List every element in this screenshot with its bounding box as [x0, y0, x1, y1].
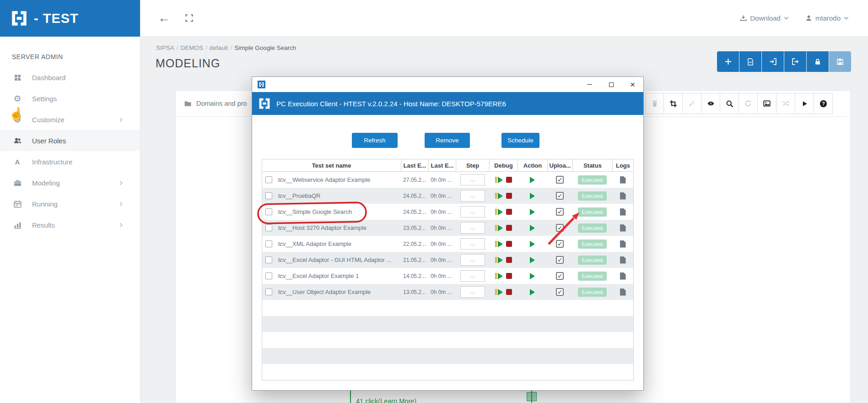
sign-in-button[interactable] — [762, 51, 784, 72]
breadcrumb-item-default[interactable]: default — [210, 44, 228, 51]
flow-node[interactable] — [527, 392, 537, 401]
toolbar-crop-button[interactable] — [664, 93, 683, 114]
logs-file-icon[interactable] — [620, 224, 626, 232]
upload-checkbox[interactable]: ✓ — [556, 208, 564, 216]
logs-file-icon[interactable] — [620, 176, 626, 184]
debug-play-icon[interactable] — [495, 177, 503, 183]
column-header-step[interactable]: Step — [456, 159, 489, 171]
run-play-icon[interactable] — [530, 193, 535, 199]
stop-icon[interactable] — [506, 209, 512, 215]
column-header-debug[interactable]: Debug — [489, 159, 518, 171]
debug-play-icon[interactable] — [495, 225, 503, 231]
toolbar-trash-button[interactable] — [645, 93, 664, 114]
step-input[interactable] — [460, 190, 485, 202]
row-checkbox[interactable] — [265, 272, 272, 279]
sidebar-item-modeling[interactable]: Modeling — [0, 172, 140, 193]
plus-button[interactable] — [717, 51, 739, 72]
debug-play-icon[interactable] — [495, 193, 503, 199]
close-button[interactable]: × — [622, 77, 643, 92]
stop-icon[interactable] — [506, 241, 512, 247]
window-titlebar[interactable]: × — [252, 77, 643, 92]
upload-checkbox[interactable]: ✓ — [556, 288, 564, 296]
step-input[interactable] — [460, 286, 485, 298]
upload-checkbox[interactable]: ✓ — [556, 272, 564, 280]
column-header-uploa-[interactable]: Uploa... — [547, 159, 572, 171]
row-checkbox[interactable] — [265, 256, 272, 263]
sign-out-button[interactable] — [784, 51, 806, 72]
stop-icon[interactable] — [506, 193, 512, 199]
download-menu[interactable]: Download — [740, 14, 789, 22]
upload-checkbox[interactable]: ✓ — [556, 192, 564, 200]
run-play-icon[interactable] — [530, 225, 535, 231]
logs-file-icon[interactable] — [620, 192, 626, 200]
step-input[interactable] — [460, 222, 485, 234]
column-header-test-set-name[interactable]: Test set name — [262, 159, 401, 171]
minimize-button[interactable] — [579, 77, 600, 92]
upload-checkbox[interactable]: ✓ — [556, 256, 564, 264]
row-checkbox[interactable] — [265, 176, 272, 183]
row-checkbox[interactable] — [265, 240, 272, 247]
debug-play-icon[interactable] — [495, 209, 503, 215]
stop-icon[interactable] — [506, 289, 512, 295]
run-play-icon[interactable] — [530, 257, 535, 263]
column-header-status[interactable]: Status — [572, 159, 612, 171]
file-code-button[interactable]: </> — [739, 51, 761, 72]
row-checkbox[interactable] — [265, 208, 272, 215]
logs-file-icon[interactable] — [620, 272, 626, 280]
breadcrumb-item-sipsa[interactable]: SIPSA — [156, 44, 174, 51]
breadcrumb-item-demos[interactable]: DEMOS — [181, 44, 204, 51]
stop-icon[interactable] — [506, 257, 512, 263]
toolbar-eye-button[interactable] — [701, 93, 720, 114]
debug-play-icon[interactable] — [495, 289, 503, 295]
run-play-icon[interactable] — [530, 177, 535, 183]
toolbar-image-button[interactable] — [758, 93, 776, 114]
sidebar-item-infrastructure[interactable]: AInfrastructure — [0, 151, 140, 172]
toolbar-search-button[interactable] — [720, 93, 739, 114]
row-checkbox[interactable] — [265, 224, 272, 231]
stop-icon[interactable] — [506, 177, 512, 183]
stop-icon[interactable] — [506, 225, 512, 231]
lock-button[interactable] — [807, 51, 829, 72]
column-header-action[interactable]: Action — [518, 159, 547, 171]
run-play-icon[interactable] — [530, 273, 535, 279]
sidebar-item-dashboard[interactable]: Dashboard — [0, 67, 140, 88]
upload-checkbox[interactable]: ✓ — [556, 176, 564, 184]
logs-file-icon[interactable] — [620, 208, 626, 216]
toolbar-refresh-button[interactable] — [739, 93, 758, 114]
run-play-icon[interactable] — [530, 241, 535, 247]
stop-icon[interactable] — [506, 273, 512, 279]
sidebar-item-results[interactable]: Results — [0, 214, 140, 235]
step-input[interactable] — [460, 238, 485, 250]
user-menu[interactable]: mtarodo — [805, 14, 849, 22]
step-input[interactable] — [460, 174, 485, 185]
debug-play-icon[interactable] — [495, 241, 503, 247]
column-header-last-e-[interactable]: Last E... — [428, 159, 456, 171]
row-checkbox[interactable] — [265, 289, 272, 295]
logs-file-icon[interactable] — [620, 240, 626, 248]
toolbar-shuffle-button[interactable] — [776, 93, 795, 114]
run-play-icon[interactable] — [530, 289, 535, 295]
sidebar-item-running[interactable]: Running — [0, 193, 140, 214]
toolbar-wand-button[interactable] — [683, 93, 701, 114]
refresh-button[interactable]: Refresh — [352, 133, 398, 148]
step-input[interactable] — [460, 206, 485, 218]
row-checkbox[interactable] — [265, 192, 272, 199]
back-arrow-icon[interactable]: ← — [158, 12, 170, 24]
step-input[interactable] — [460, 270, 485, 282]
logs-file-icon[interactable] — [620, 256, 626, 264]
logs-file-icon[interactable] — [620, 289, 626, 296]
fullscreen-icon[interactable] — [185, 14, 194, 22]
upload-checkbox[interactable]: ✓ — [556, 240, 564, 248]
sidebar-item-user-roles[interactable]: User Roles — [0, 130, 140, 151]
upload-checkbox[interactable]: ✓ — [556, 224, 564, 232]
remove-button[interactable]: Remove — [425, 133, 470, 148]
step-input[interactable] — [460, 254, 485, 266]
column-header-logs[interactable]: Logs — [612, 159, 633, 171]
run-play-icon[interactable] — [530, 209, 535, 215]
column-header-last-e-[interactable]: Last E... — [401, 159, 428, 171]
maximize-button[interactable] — [600, 77, 622, 92]
schedule-button[interactable]: Schedule — [501, 133, 539, 148]
debug-play-icon[interactable] — [495, 273, 503, 279]
toolbar-help-button[interactable]: ? — [814, 93, 833, 114]
debug-play-icon[interactable] — [495, 257, 503, 263]
